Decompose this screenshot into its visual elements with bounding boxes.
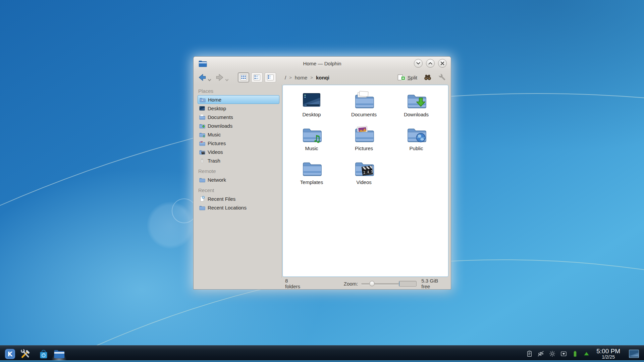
file-item-documents[interactable]: Documents <box>338 90 390 124</box>
folder-public-icon <box>406 124 427 144</box>
breadcrumb-current[interactable]: konqi <box>316 75 329 80</box>
forward-button[interactable] <box>215 73 229 82</box>
file-item-pictures[interactable]: Pictures <box>338 124 390 158</box>
sidebar-item-label: Desktop <box>208 106 226 111</box>
details-view-button[interactable] <box>251 72 263 82</box>
toolbar-right-group: Split <box>397 73 447 82</box>
file-item-public[interactable]: Public <box>390 124 442 158</box>
back-button[interactable] <box>198 73 212 82</box>
chevron-down-icon <box>225 78 229 82</box>
zoom-label: Zoom: <box>344 281 358 287</box>
discover-bag-icon <box>38 348 49 360</box>
sidebar-section-places: Places <box>198 88 279 94</box>
sidebar-item-pictures[interactable]: Pictures <box>198 139 279 147</box>
folder-music-icon: ♫ <box>301 124 322 144</box>
disk-usage-group: 5.3 GiB free <box>399 278 447 289</box>
zoom-slider-groove <box>361 283 399 285</box>
expand-triangle-icon[interactable] <box>583 350 590 357</box>
file-item-templates[interactable]: Templates <box>285 158 338 191</box>
find-binoculars-icon[interactable] <box>423 73 432 82</box>
sidebar-item-label: Home <box>208 97 221 103</box>
breadcrumb: / > home > konqi <box>285 75 329 80</box>
sidebar-item-label: Documents <box>208 114 233 120</box>
disk-usage-bar <box>399 281 417 287</box>
folder-plain-icon <box>199 177 205 183</box>
file-item-label: Downloads <box>404 112 429 117</box>
breadcrumb-home[interactable]: home <box>295 75 308 80</box>
dolphin-window: Home — Dolphin / > home > konqi <box>193 56 451 290</box>
sidebar-item-label: Pictures <box>208 140 226 146</box>
folder-documents-icon <box>199 114 205 120</box>
split-button[interactable]: Split <box>397 73 417 82</box>
sidebar-item-home[interactable]: Home <box>198 95 279 104</box>
window-titlebar[interactable]: Home — Dolphin <box>194 57 451 70</box>
sidebar-item-desktop[interactable]: Desktop <box>198 104 279 113</box>
clipboard-icon[interactable] <box>526 350 533 357</box>
dolphin-folder-icon <box>198 59 207 68</box>
taskbar-clock[interactable]: 5:00 PM 1/2/25 <box>596 348 620 360</box>
split-view-icon <box>397 73 406 82</box>
folder-plain-icon <box>301 158 322 178</box>
svg-text:K: K <box>8 350 13 358</box>
taskbar-launchers: K <box>0 348 65 360</box>
zoom-slider[interactable] <box>361 281 399 286</box>
settings-wrench-icon[interactable] <box>438 73 447 82</box>
sidebar-item-recent-locations[interactable]: Recent Locations <box>198 203 279 212</box>
clock-date: 1/2/25 <box>596 355 620 360</box>
sidebar-section-remote: Remote <box>198 168 279 174</box>
sidebar-item-label: Downloads <box>208 123 232 129</box>
compact-view-button[interactable] <box>265 72 276 82</box>
window-title: Home — Dolphin <box>194 61 451 66</box>
close-button[interactable] <box>438 59 447 68</box>
sidebar-item-label: Videos <box>208 149 223 155</box>
main-toolbar: / > home > konqi Split <box>194 70 451 85</box>
folder-downloads-icon <box>406 90 427 111</box>
crossed-tools-icon <box>20 348 31 360</box>
window-controls <box>414 59 447 68</box>
wallpaper-lens-flare <box>172 198 197 223</box>
sidebar-section-recent: Recent <box>198 187 279 193</box>
file-item-desktop[interactable]: Desktop <box>285 90 338 124</box>
free-space-text: 5.3 GiB free <box>421 278 447 289</box>
breadcrumb-separator: > <box>310 75 313 80</box>
taskbar-launcher-dolphin[interactable] <box>53 348 65 360</box>
disk-usage-fill <box>399 281 399 287</box>
split-button-label: Split <box>408 75 417 80</box>
network-port-icon[interactable] <box>560 350 567 357</box>
show-desktop-widget[interactable] <box>627 348 641 360</box>
sidebar-item-recent-files[interactable]: Recent Files <box>198 194 279 203</box>
sidebar-item-downloads[interactable]: Downloads <box>198 121 279 130</box>
volume-muted-icon[interactable] <box>537 350 544 357</box>
svg-text:♫: ♫ <box>313 133 321 144</box>
folder-plain-icon <box>199 204 205 211</box>
sidebar-item-network[interactable]: Network <box>198 175 279 184</box>
maximize-button[interactable] <box>426 59 435 68</box>
folder-open-blue-icon <box>53 348 65 360</box>
zoom-slider-handle[interactable] <box>369 281 375 286</box>
folder-videos-icon: 2 4 5 <box>199 149 205 155</box>
view-mode-buttons <box>238 72 276 82</box>
chevron-down-icon <box>207 78 212 82</box>
taskbar-launcher-discover[interactable] <box>38 348 50 360</box>
taskbar-launcher-system-settings[interactable] <box>19 348 32 360</box>
taskbar-launcher-kde-menu[interactable]: K <box>4 348 16 360</box>
breadcrumb-root[interactable]: / <box>285 75 286 80</box>
folder-documents-icon <box>354 90 374 111</box>
file-item-videos[interactable]: 2 4 5Videos <box>338 158 390 191</box>
file-item-music[interactable]: ♫Music <box>285 124 338 158</box>
sidebar-item-trash[interactable]: Trash <box>198 156 279 165</box>
minimize-button[interactable] <box>414 59 423 68</box>
icons-view-button[interactable] <box>238 72 249 82</box>
file-item-label: Templates <box>300 179 323 185</box>
folder-view[interactable]: DesktopDocumentsDownloads♫MusicPicturesP… <box>282 85 448 277</box>
file-item-downloads[interactable]: Downloads <box>390 90 442 124</box>
file-item-label: Videos <box>356 179 372 185</box>
taskbar: K 5:00 PM 1/2/25 <box>0 345 644 362</box>
brightness-icon[interactable] <box>549 350 556 357</box>
trash-can-icon <box>199 158 205 164</box>
battery-icon[interactable] <box>572 350 579 357</box>
sidebar-item-documents[interactable]: Documents <box>198 113 279 121</box>
sidebar-item-music[interactable]: ♫Music <box>198 130 279 139</box>
sidebar-item-videos[interactable]: 2 4 5Videos <box>198 147 279 156</box>
sidebar-item-label: Network <box>208 177 226 183</box>
